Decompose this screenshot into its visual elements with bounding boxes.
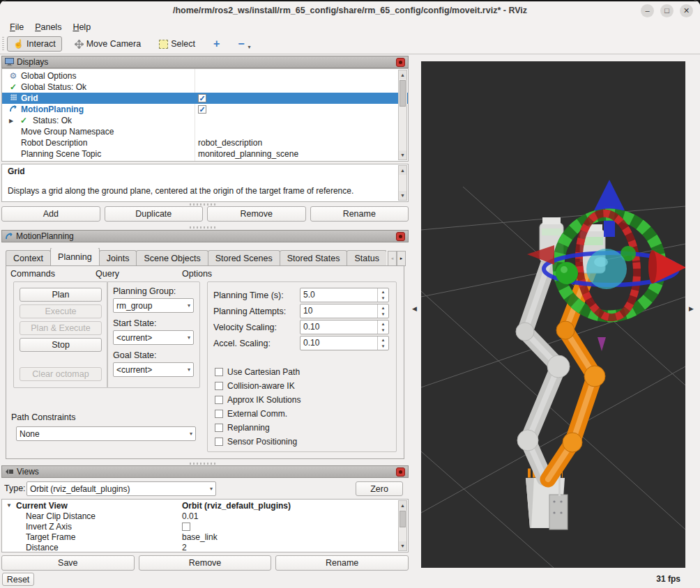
minimize-button[interactable]: –	[641, 4, 654, 17]
approx-ik-solutions-checkbox[interactable]: Approx IK Solutions	[215, 395, 300, 405]
tab-scene-objects[interactable]: Scene Objects	[136, 250, 208, 265]
use-cartesian-path-checkbox[interactable]: Use Cartesian Path	[215, 367, 300, 377]
scroll-up-icon[interactable]: ▲	[399, 501, 406, 510]
tree-row-invert-z[interactable]: Invert Z Axis	[2, 521, 408, 532]
move-camera-tool-button[interactable]: Move Camera	[69, 37, 147, 51]
marker-center-sphere[interactable]	[586, 249, 627, 289]
rename-view-button[interactable]: Rename	[275, 555, 409, 571]
collapse-left-handle[interactable]: ◀	[412, 305, 417, 312]
remove-view-button[interactable]: Remove	[139, 555, 272, 571]
tree-row-grid[interactable]: Grid	[2, 93, 408, 104]
duplicate-display-button[interactable]: Duplicate	[105, 206, 204, 222]
description-scrollbar[interactable]: ▲ ▼	[398, 165, 407, 201]
views-scrollbar[interactable]: ▲ ▼	[398, 500, 407, 551]
motionplanning-enabled-checkbox[interactable]	[198, 105, 206, 114]
velocity-scaling-spinbox[interactable]: 0.10 ▲▼	[300, 320, 389, 334]
tree-row-move-group-namespace[interactable]: Move Group Namespace	[2, 126, 408, 137]
tab-scroll-left-icon[interactable]: ◂	[388, 251, 397, 266]
interact-tool-button[interactable]: ☝ Interact	[7, 36, 62, 52]
menu-panels[interactable]: Panels	[29, 21, 67, 33]
remove-display-button[interactable]: Remove	[207, 206, 306, 222]
splitter-handle[interactable]	[190, 203, 218, 206]
interactive-marker[interactable]	[527, 180, 685, 320]
planning-attempts-spinbox[interactable]: 10 ▲▼	[300, 304, 389, 318]
spinner-arrows[interactable]: ▲▼	[377, 320, 388, 334]
scroll-down-icon[interactable]: ▼	[399, 191, 406, 200]
marker-sphere-green[interactable]	[556, 262, 578, 284]
remove-tool-button[interactable]: − ▾	[232, 38, 256, 50]
displays-panel-header[interactable]: Displays	[1, 56, 409, 68]
stop-button[interactable]: Stop	[20, 338, 102, 352]
tab-stored-states[interactable]: Stored States	[280, 250, 348, 265]
close-button[interactable]: ✕	[680, 4, 693, 17]
plan-and-execute-button[interactable]: Plan & Execute	[20, 321, 102, 335]
tree-row-target-frame[interactable]: Target Frame base_link	[2, 532, 408, 542]
toolbar-drag-handle[interactable]	[2, 37, 4, 51]
start-state-combo[interactable]: <current> ▾	[113, 330, 194, 345]
tree-row-motionplanning[interactable]: MotionPlanning	[2, 104, 408, 115]
execute-button[interactable]: Execute	[20, 304, 102, 318]
save-view-button[interactable]: Save	[1, 555, 135, 571]
splitter-handle[interactable]	[190, 226, 218, 229]
description-text: Displays a grid along the ground plane, …	[8, 186, 391, 196]
add-tool-button[interactable]: +	[208, 38, 225, 50]
menu-help[interactable]: Help	[67, 21, 96, 33]
tree-row-global-status[interactable]: ✓ Global Status: Ok	[2, 82, 408, 93]
collapse-down-icon[interactable]: ▼	[6, 502, 12, 509]
scroll-up-icon[interactable]: ▲	[399, 166, 406, 175]
tree-row-current-view[interactable]: ▼ Current View Orbit (rviz_default_plugi…	[2, 500, 408, 511]
views-panel-header[interactable]: Views	[1, 465, 409, 478]
splitter-handle[interactable]	[190, 463, 218, 465]
rename-display-button[interactable]: Rename	[310, 206, 409, 222]
tab-joints[interactable]: Joints	[99, 250, 137, 265]
motionplanning-panel-header[interactable]: MotionPlanning	[1, 230, 409, 242]
spinner-arrows[interactable]: ▲▼	[377, 304, 388, 318]
tree-row-near-clip[interactable]: Near Clip Distance 0.01	[2, 511, 408, 521]
tab-scroll-right-icon[interactable]: ▸	[397, 251, 406, 266]
views-close-button[interactable]	[396, 467, 405, 477]
tree-row-status-ok[interactable]: ▶ ✓ Status: Ok	[2, 115, 408, 126]
goal-state-combo[interactable]: <current> ▾	[113, 362, 194, 377]
scroll-down-icon[interactable]: ▼	[399, 541, 406, 550]
scroll-up-icon[interactable]: ▲	[399, 70, 406, 79]
tree-row-robot-description[interactable]: Robot Description robot_description	[2, 137, 408, 148]
menu-file[interactable]: File	[4, 21, 29, 33]
spinner-arrows[interactable]: ▲▼	[377, 288, 388, 302]
reset-button[interactable]: Reset	[2, 573, 34, 586]
view-type-combo[interactable]: Orbit (rviz_default_plugins) ▾	[26, 481, 216, 496]
scroll-down-icon[interactable]: ▼	[399, 150, 406, 160]
scrollbar-thumb[interactable]	[400, 80, 406, 107]
tree-row-distance[interactable]: Distance 2	[2, 542, 408, 552]
scrollbar-thumb[interactable]	[400, 511, 406, 527]
clear-octomap-button[interactable]: Clear octomap	[20, 367, 102, 381]
invert-z-checkbox[interactable]	[182, 523, 190, 531]
grid-enabled-checkbox[interactable]	[198, 94, 206, 102]
sensor-positioning-checkbox[interactable]: Sensor Positioning	[215, 437, 297, 447]
add-display-button[interactable]: Add	[1, 206, 100, 222]
tab-planning[interactable]: Planning	[50, 248, 100, 265]
render-viewport[interactable]	[421, 61, 685, 568]
motionplanning-close-button[interactable]	[396, 232, 405, 241]
expand-right-handle[interactable]: ▶	[689, 305, 694, 312]
external-comm-checkbox[interactable]: External Comm.	[215, 409, 287, 419]
tree-row-global-options[interactable]: ⚙ Global Options	[2, 70, 408, 82]
titlebar[interactable]: /home/rm/ros2_ws/install/rm_65_config/sh…	[0, 1, 700, 20]
select-tool-button[interactable]: Select	[153, 37, 201, 51]
planning-group-combo[interactable]: rm_group ▾	[113, 298, 194, 313]
tab-status[interactable]: Status	[347, 250, 386, 265]
displays-scrollbar[interactable]: ▲ ▼	[398, 70, 407, 160]
expand-right-icon[interactable]: ▶	[9, 118, 13, 124]
displays-close-button[interactable]	[396, 58, 405, 67]
maximize-button[interactable]: □	[660, 4, 674, 17]
path-constraints-combo[interactable]: None ▾	[16, 426, 196, 441]
zero-button[interactable]: Zero	[356, 481, 403, 496]
tree-row-planning-scene-topic[interactable]: Planning Scene Topic monitored_planning_…	[2, 148, 408, 160]
planning-time-spinbox[interactable]: 5.0 ▲▼	[300, 288, 389, 302]
spinner-arrows[interactable]: ▲▼	[377, 336, 388, 350]
replanning-checkbox[interactable]: Replanning	[215, 423, 270, 433]
plan-button[interactable]: Plan	[20, 288, 102, 302]
tab-context[interactable]: Context	[6, 250, 51, 265]
tab-stored-scenes[interactable]: Stored Scenes	[208, 250, 280, 265]
accel-scaling-spinbox[interactable]: 0.10 ▲▼	[300, 336, 389, 350]
collision-aware-ik-checkbox[interactable]: Collision-aware IK	[215, 381, 295, 391]
